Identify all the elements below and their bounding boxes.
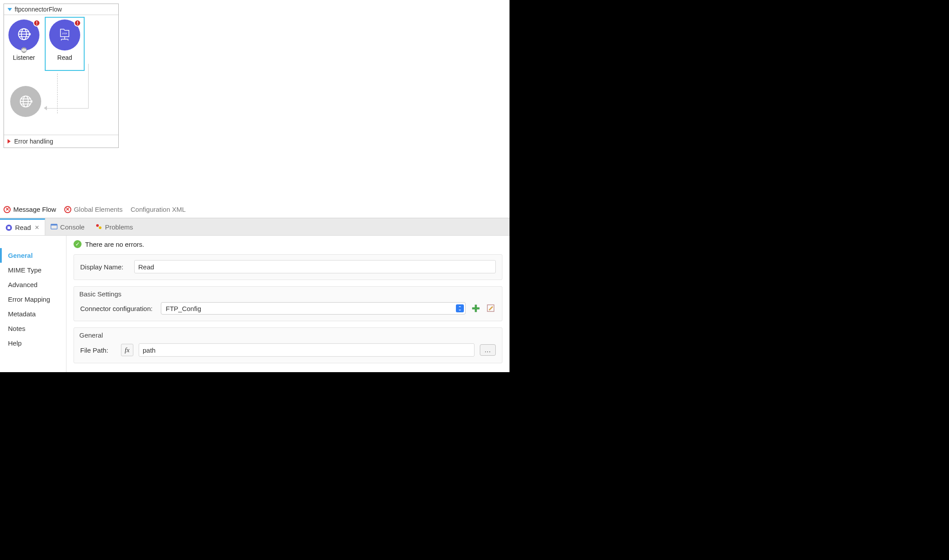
console-icon [51, 223, 58, 230]
bottom-panel-tabs: Read ✕ Console Problems [0, 218, 510, 236]
basic-settings-section: Basic Settings Connector configuration: … [74, 286, 502, 321]
sidetab-notes[interactable]: Notes [0, 321, 66, 336]
error-badge-icon: ! [74, 19, 81, 27]
dashed-connector [57, 74, 58, 113]
tab-console[interactable]: Console [45, 218, 90, 235]
svg-rect-25 [472, 307, 479, 309]
status-message: There are no errors. [85, 241, 144, 248]
properties-panel: General MIME Type Advanced Error Mapping… [0, 236, 510, 372]
edit-icon [487, 304, 495, 312]
sidetab-advanced[interactable]: Advanced [0, 277, 66, 292]
add-config-button[interactable] [471, 303, 481, 313]
ftp-icon: FTP [56, 27, 73, 43]
grey-connector-arrow-icon [44, 106, 47, 110]
sidetab-general[interactable]: General [0, 248, 66, 263]
edit-config-button[interactable] [486, 303, 496, 313]
select-caret-icon [456, 304, 464, 312]
status-row: ✓ There are no errors. [74, 240, 502, 248]
sidetab-help[interactable]: Help [0, 336, 66, 350]
svg-point-22 [96, 224, 99, 227]
tab-global-elements[interactable]: ✕ Global Elements [64, 206, 123, 213]
sidetab-error-mapping[interactable]: Error Mapping [0, 292, 66, 307]
read-node-icon: FTP ! [49, 19, 80, 51]
grey-connector-h [46, 108, 89, 109]
svg-rect-21 [51, 224, 57, 226]
placeholder-node[interactable] [10, 86, 41, 117]
tab-global-elements-label: Global Elements [74, 206, 123, 213]
connector-config-select[interactable]: FTP_Config [161, 302, 466, 315]
svg-text:FTP: FTP [62, 32, 67, 35]
sidetab-metadata[interactable]: Metadata [0, 307, 66, 321]
flow-body: ! Listener [4, 15, 118, 135]
globe-icon [17, 93, 34, 110]
tab-read[interactable]: Read ✕ [0, 218, 45, 235]
expand-icon[interactable] [8, 139, 11, 144]
display-name-label: Display Name: [80, 263, 129, 271]
error-icon: ✕ [64, 206, 71, 213]
file-path-input[interactable] [139, 343, 474, 357]
flow-title-bar[interactable]: ftpconnectorFlow [4, 4, 118, 15]
properties-content: ✓ There are no errors. Display Name: Bas… [66, 236, 510, 372]
display-name-input[interactable] [134, 260, 496, 273]
collapse-icon[interactable] [8, 8, 12, 11]
listener-label: Listener [13, 54, 35, 61]
browse-button[interactable]: ... [480, 344, 496, 356]
check-icon: ✓ [74, 240, 82, 248]
file-path-label: File Path: [80, 346, 116, 354]
tab-problems-label: Problems [105, 223, 133, 231]
error-icon: ✕ [4, 206, 11, 213]
fx-button[interactable]: fx [121, 344, 133, 356]
tab-problems[interactable]: Problems [90, 218, 138, 235]
component-icon [5, 224, 12, 231]
grey-connector-v [88, 64, 89, 108]
svg-rect-19 [8, 226, 10, 229]
tab-message-flow-label: Message Flow [13, 206, 56, 213]
connector-config-select-wrap: FTP_Config [161, 302, 466, 315]
editor-view-tabs: ✕ Message Flow ✕ Global Elements Configu… [0, 204, 510, 218]
flow-canvas[interactable]: ftpconnectorFlow [0, 0, 510, 204]
plus-icon [472, 304, 480, 312]
listener-node-icon: ! [8, 19, 39, 51]
app-window: ftpconnectorFlow [0, 0, 510, 372]
read-node[interactable]: FTP ! Read [45, 17, 85, 71]
flow-title: ftpconnectorFlow [15, 6, 62, 13]
tab-console-label: Console [60, 223, 85, 231]
error-handling-label: Error handling [14, 138, 53, 145]
error-badge-icon: ! [33, 19, 40, 27]
refresh-icon [20, 47, 28, 53]
problems-icon [95, 223, 102, 230]
display-name-section: Display Name: [74, 254, 502, 280]
tab-read-label: Read [15, 224, 31, 231]
svg-point-23 [99, 226, 101, 229]
placeholder-node-icon [10, 86, 41, 117]
basic-settings-heading: Basic Settings [74, 287, 502, 302]
properties-side-tabs: General MIME Type Advanced Error Mapping… [0, 236, 66, 372]
globe-icon [16, 27, 32, 43]
connector-config-label: Connector configuration: [80, 305, 156, 312]
read-label: Read [57, 54, 72, 61]
sidetab-mime[interactable]: MIME Type [0, 263, 66, 277]
listener-node[interactable]: ! Listener [8, 19, 39, 61]
flow-container[interactable]: ftpconnectorFlow [4, 4, 119, 148]
general-section-heading: General [74, 328, 502, 343]
general-section: General File Path: fx ... [74, 327, 502, 363]
tab-config-xml-label: Configuration XML [131, 206, 186, 213]
svg-point-6 [21, 47, 27, 53]
close-icon[interactable]: ✕ [35, 224, 39, 231]
tab-message-flow[interactable]: ✕ Message Flow [4, 206, 56, 213]
tab-config-xml[interactable]: Configuration XML [131, 206, 186, 213]
error-handling-section[interactable]: Error handling [4, 135, 118, 148]
